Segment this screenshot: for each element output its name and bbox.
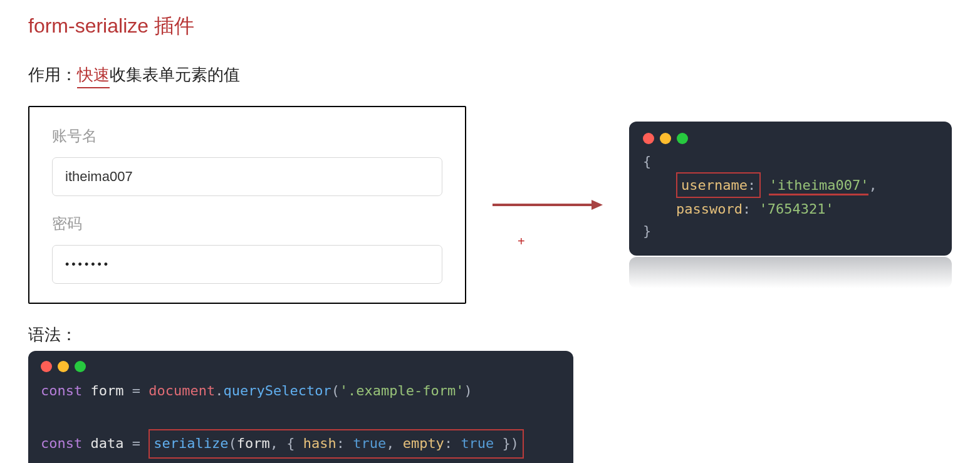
fn-serialize: serialize [154, 435, 228, 451]
reflection [629, 257, 952, 288]
eq: = [132, 383, 140, 398]
maximize-icon [75, 361, 86, 372]
lp: ( [331, 383, 340, 398]
fn-qs: querySelector [223, 383, 331, 398]
brace-close: } [643, 223, 651, 239]
out-username-key: username [681, 177, 748, 193]
maximize-icon [677, 133, 688, 144]
serialize-highlight: serialize(form, { hash: true, empty: tru… [149, 429, 524, 459]
form-panel: 账号名 密码 [28, 106, 466, 304]
syntax-label: 语法： [28, 324, 952, 346]
rb: } [503, 435, 511, 451]
out-password-val: '7654321' [759, 201, 833, 217]
output-code-block: { username: 'itheima007', password: '765… [629, 122, 952, 256]
window-dots-2 [41, 361, 561, 372]
eq2: = [132, 435, 140, 451]
svg-marker-1 [592, 200, 603, 210]
var-data: data [90, 435, 123, 451]
comma: , [868, 177, 877, 193]
password-input[interactable] [52, 245, 442, 284]
obj-document: document [149, 383, 215, 398]
arrow-icon [491, 195, 604, 214]
syntax-code-block: const form = document.querySelector('.ex… [28, 351, 573, 463]
username-key-highlight: username: [676, 172, 761, 198]
comma3: , [386, 435, 394, 451]
comma2: , [270, 435, 278, 451]
kw-const2: const [41, 435, 82, 451]
output-code: { username: 'itheima007', password: '765… [643, 150, 938, 242]
illustration-row: 账号名 密码 + { username: 'itheima007', passw… [28, 106, 952, 304]
true1: true [353, 435, 386, 451]
arrow-wrap: + [491, 195, 604, 214]
password-label: 密码 [52, 214, 442, 234]
syntax-code: const form = document.querySelector('.ex… [41, 378, 561, 459]
colon4: : [444, 435, 452, 451]
rp: ) [464, 383, 472, 398]
out-username-val: 'itheima007' [769, 177, 868, 195]
colon2: : [743, 201, 751, 217]
selector-str: '.example-form' [340, 383, 464, 398]
kw-const: const [41, 383, 82, 398]
description-prefix: 作用： [28, 65, 77, 84]
prop-hash: hash [303, 435, 336, 451]
username-label: 账号名 [52, 126, 442, 146]
close-icon [643, 133, 654, 144]
dot: . [215, 383, 223, 398]
rp2: ) [511, 435, 519, 451]
plus-icon: + [518, 234, 525, 249]
lb: { [286, 435, 295, 451]
output-wrap: { username: 'itheima007', password: '765… [629, 122, 952, 289]
arg-form: form [237, 435, 270, 451]
colon3: : [336, 435, 345, 451]
out-password-key: password [676, 201, 743, 217]
close-icon [41, 361, 52, 372]
window-dots [643, 133, 938, 144]
username-input[interactable] [52, 157, 442, 196]
description-highlight: 快速 [77, 65, 110, 88]
description: 作用：快速收集表单元素的值 [28, 64, 952, 86]
lp2: ( [228, 435, 236, 451]
true2: true [461, 435, 494, 451]
minimize-icon [58, 361, 69, 372]
prop-empty: empty [403, 435, 444, 451]
page-title: form-serialize 插件 [28, 13, 952, 40]
minimize-icon [660, 133, 671, 144]
description-suffix: 收集表单元素的值 [110, 65, 240, 84]
var-form: form [90, 383, 123, 398]
brace-open: { [643, 153, 651, 169]
colon: : [748, 177, 756, 193]
